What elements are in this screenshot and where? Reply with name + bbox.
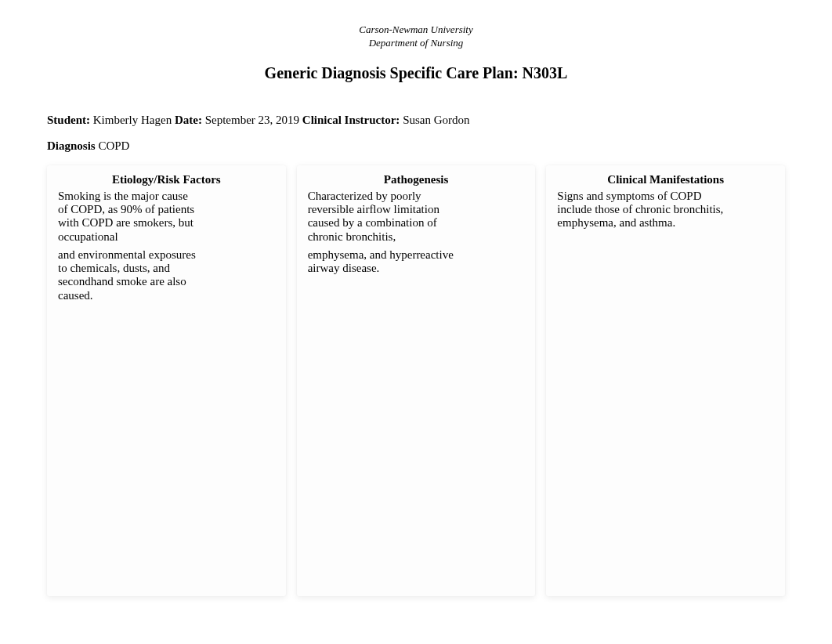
meta-row: Student: Kimberly Hagen Date: September … [47,114,785,127]
date-value: September 23, 2019 [205,114,299,126]
student-value: Kimberly Hagen [93,114,172,126]
etiology-para1: Smoking is the major cause of COPD, as 9… [58,190,199,244]
department-name: Department of Nursing [47,37,785,50]
pathogenesis-para2: emphysema, and hyperreactive airway dise… [308,248,465,276]
columns-container: Etiology/Risk Factors Smoking is the maj… [47,165,785,596]
etiology-column: Etiology/Risk Factors Smoking is the maj… [47,165,286,596]
pathogenesis-column: Pathogenesis Characterized by poorly rev… [297,165,536,596]
manifestations-body: Signs and symptoms of COPD include those… [557,190,737,230]
etiology-para2: and environmental exposures to chemicals… [58,248,199,302]
university-name: Carson-Newman University [47,24,785,37]
pathogenesis-header: Pathogenesis [308,173,525,186]
date-label: Date: [175,114,202,126]
etiology-header: Etiology/Risk Factors [58,173,275,186]
document-title: Generic Diagnosis Specific Care Plan: N3… [47,64,785,82]
pathogenesis-body: Characterized by poorly reversible airfl… [308,190,465,276]
etiology-body: Smoking is the major cause of COPD, as 9… [58,190,199,302]
diagnosis-label: Diagnosis [47,139,96,152]
diagnosis-value: COPD [98,139,129,152]
manifestations-column: Clinical Manifestations Signs and sympto… [546,165,785,596]
instructor-value: Susan Gordon [403,114,469,126]
student-label: Student: [47,114,90,126]
manifestations-para1: Signs and symptoms of COPD include those… [557,190,737,230]
document-page: Carson-Newman University Department of N… [0,0,832,620]
instructor-label: Clinical Instructor: [302,114,400,126]
diagnosis-row: Diagnosis COPD [47,139,785,153]
pathogenesis-para1: Characterized by poorly reversible airfl… [308,190,465,244]
manifestations-header: Clinical Manifestations [557,173,774,186]
